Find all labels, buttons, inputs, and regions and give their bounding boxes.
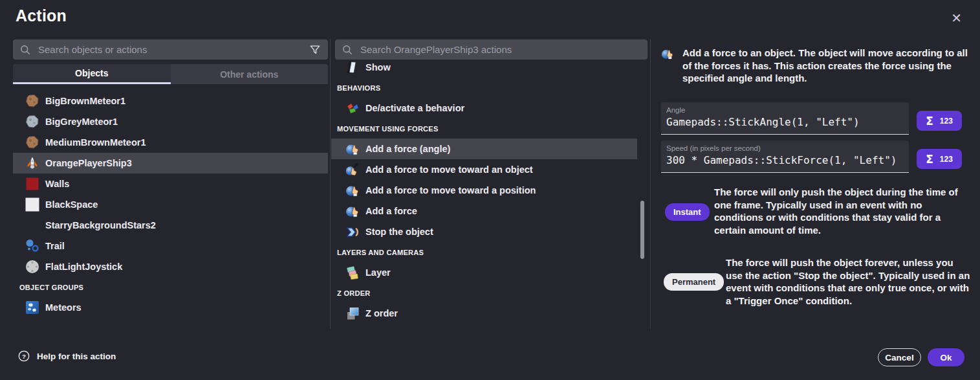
page-title: Action <box>16 6 67 25</box>
force-toward-object-icon <box>345 162 360 177</box>
object-row[interactable]: BigGreyMeteor1 <box>13 111 328 132</box>
object-row[interactable]: BigBrownMeteor1 <box>13 91 328 111</box>
particles-icon <box>25 238 40 254</box>
object-row[interactable]: BlackSpace <box>13 194 328 215</box>
action-row-selected[interactable]: Add a force (angle) <box>331 139 637 159</box>
actions-section-header: Z ORDER <box>331 283 637 303</box>
ok-button[interactable]: Ok <box>928 348 964 366</box>
numbers-icon: 123 <box>940 155 953 164</box>
red-square-icon <box>25 176 40 192</box>
angle-expression-button[interactable]: Σ 123 <box>917 111 962 131</box>
object-label: Walls <box>45 179 69 189</box>
tab-objects-label: Objects <box>75 68 108 78</box>
action-label: Layer <box>365 267 391 278</box>
object-row[interactable]: Walls <box>13 173 328 194</box>
force-icon <box>345 203 360 219</box>
action-label: Add a force to move toward a position <box>365 185 536 196</box>
numbers-icon: 123 <box>940 117 953 126</box>
layer-icon <box>345 265 360 280</box>
actions-section-header: MOVEMENT USING FORCES <box>331 118 637 139</box>
force-icon <box>660 47 675 61</box>
help-link[interactable]: Help for this action <box>18 350 116 362</box>
action-row[interactable]: Show <box>331 57 637 78</box>
objects-list: BigBrownMeteor1 BigGreyMeteor1 MediumBro… <box>13 91 328 318</box>
search-icon <box>342 44 353 56</box>
action-row[interactable]: Add a force to move toward a position <box>331 180 637 201</box>
object-groups-header: OBJECT GROUPS <box>13 277 328 297</box>
action-row[interactable]: Z order <box>331 303 637 324</box>
angle-field-label: Angle <box>666 106 904 114</box>
action-description: Add a force to an object. The object wil… <box>682 47 968 85</box>
action-label: Add a force (angle) <box>365 144 450 154</box>
instant-description: The force will only push the object duri… <box>714 186 972 236</box>
close-icon[interactable]: ✕ <box>948 9 964 27</box>
action-row[interactable]: Add a force to move toward an object <box>331 159 637 180</box>
angle-field[interactable]: Angle Gamepads::StickAngle(1, "Left") <box>661 102 909 135</box>
object-group-row[interactable]: Meteors <box>13 297 328 318</box>
tab-other-actions[interactable]: Other actions <box>171 64 329 84</box>
angle-field-value[interactable]: Gamepads::StickAngle(1, "Left") <box>666 116 904 128</box>
force-icon <box>345 183 360 198</box>
cancel-button[interactable]: Cancel <box>878 348 921 366</box>
z-order-icon <box>345 306 360 321</box>
action-label: Show <box>365 62 391 73</box>
force-icon <box>345 141 360 157</box>
empty-icon <box>25 218 40 233</box>
object-label: Meteors <box>45 302 82 313</box>
instant-badge[interactable]: Instant <box>665 203 710 221</box>
sigma-icon: Σ <box>926 115 933 128</box>
objects-search-input[interactable] <box>37 43 303 56</box>
object-row[interactable]: FlatLightJoystick <box>13 256 328 277</box>
object-label: BlackSpace <box>45 199 98 210</box>
filter-icon[interactable] <box>309 43 321 56</box>
help-label: Help for this action <box>37 352 116 361</box>
object-row-selected[interactable]: OrangePlayerShip3 <box>13 153 328 173</box>
action-row[interactable]: Layer <box>331 262 637 283</box>
action-row[interactable]: De/activate a behavior <box>331 98 637 118</box>
actions-list: Show BEHAVIORS De/activate a behavior MO… <box>331 57 637 324</box>
panel-divider <box>330 39 331 329</box>
behavior-icon <box>345 100 360 116</box>
tab-other-actions-label: Other actions <box>220 69 278 80</box>
actions-search-input[interactable] <box>359 43 641 56</box>
action-label: Z order <box>365 308 398 319</box>
action-label: Add a force to move toward an object <box>365 164 533 175</box>
object-row[interactable]: Trail <box>13 236 328 256</box>
meteors-group-icon <box>25 300 40 315</box>
show-icon <box>345 60 360 75</box>
action-row[interactable]: Add a force <box>331 201 637 221</box>
stop-object-icon <box>345 224 360 240</box>
speed-field-value[interactable]: 300 * Gamepads::StickForce(1, "Left") <box>666 154 904 166</box>
panel-divider <box>650 39 651 329</box>
action-label: Stop the object <box>365 227 433 237</box>
object-label: BigBrownMeteor1 <box>45 96 125 106</box>
object-label: MediumBrownMeteor1 <box>45 137 146 148</box>
speed-field-label: Speed (in pixels per second) <box>666 144 904 152</box>
meteor-brown-icon <box>25 135 40 150</box>
object-label: FlatLightJoystick <box>45 262 122 272</box>
search-icon <box>19 44 31 56</box>
white-square-icon <box>25 197 40 212</box>
permanent-description: The force will push the object forever, … <box>726 256 972 307</box>
left-panel-tabs: Objects Other actions <box>13 64 328 84</box>
object-label: BigGreyMeteor1 <box>45 117 118 127</box>
object-label: OrangePlayerShip3 <box>45 158 132 168</box>
meteor-grey-icon <box>25 114 40 129</box>
tab-objects[interactable]: Objects <box>13 64 171 84</box>
help-icon <box>18 350 30 362</box>
actions-list-scrollbar[interactable] <box>640 201 644 259</box>
object-row[interactable]: StarryBackgroundStars2 <box>13 215 328 236</box>
permanent-badge[interactable]: Permanent <box>664 273 724 291</box>
object-label: Trail <box>45 241 65 251</box>
object-label: StarryBackgroundStars2 <box>45 220 156 230</box>
meteor-brown-icon <box>25 93 40 109</box>
sigma-icon: Σ <box>926 153 933 166</box>
actions-section-header: LAYERS AND CAMERAS <box>331 242 637 262</box>
speed-expression-button[interactable]: Σ 123 <box>917 149 962 169</box>
actions-section-header: BEHAVIORS <box>331 78 637 98</box>
object-row[interactable]: MediumBrownMeteor1 <box>13 132 328 153</box>
action-row[interactable]: Stop the object <box>331 221 637 242</box>
speed-field[interactable]: Speed (in pixels per second) 300 * Gamep… <box>661 140 909 173</box>
objects-search-bar[interactable] <box>13 39 328 60</box>
action-label: Add a force <box>365 206 417 216</box>
